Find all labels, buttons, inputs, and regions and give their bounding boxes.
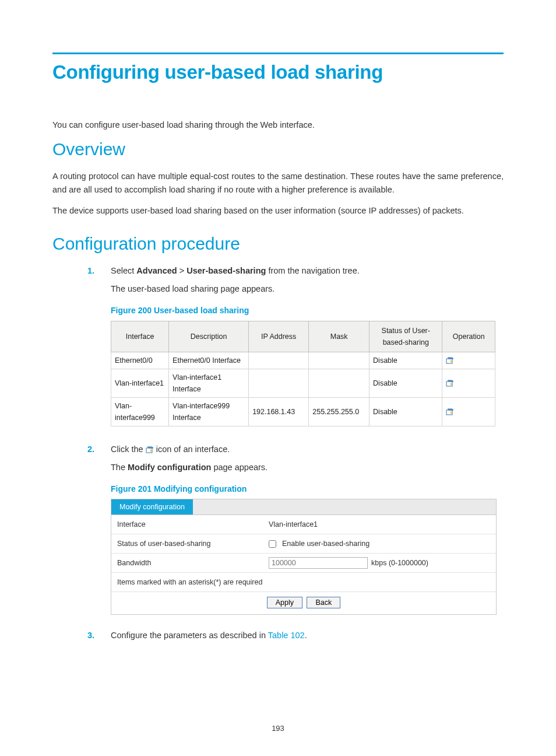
top-rule bbox=[52, 52, 504, 54]
load-sharing-table: Interface Description IP Address Mask St… bbox=[111, 321, 495, 426]
cell-operation bbox=[442, 369, 495, 397]
overview-p2: The device supports user-based load shar… bbox=[52, 204, 504, 217]
cell-ip: 192.168.1.43 bbox=[249, 397, 309, 426]
cell-desc: Ethernet0/0 Interface bbox=[169, 352, 249, 369]
cell-ip bbox=[249, 369, 309, 397]
overview-p1: A routing protocol can have multiple equ… bbox=[52, 170, 504, 196]
th-ip: IP Address bbox=[249, 321, 309, 352]
cell-iface: Vlan-interface999 bbox=[111, 397, 169, 426]
cell-iface: Ethernet0/0 bbox=[111, 352, 169, 369]
page-title: Configuring user-based load sharing bbox=[52, 61, 504, 83]
th-status: Status of User-based-sharing bbox=[370, 321, 442, 352]
bandwidth-unit: kbps (0-1000000) bbox=[371, 557, 428, 569]
label-bandwidth: Bandwidth bbox=[117, 557, 269, 569]
cell-operation bbox=[442, 397, 495, 426]
step2-text: Click the icon of an interface. bbox=[111, 444, 230, 454]
step2-sub-post: page appears. bbox=[211, 463, 268, 472]
table-row: Vlan-interface1 Vlan-interface1 Interfac… bbox=[111, 369, 495, 397]
tab-modify-config[interactable]: Modify configuration bbox=[111, 499, 193, 514]
step3-post: . bbox=[305, 631, 307, 640]
step2-sub-pre: The bbox=[111, 463, 128, 472]
edit-icon bbox=[146, 446, 154, 453]
overview-heading: Overview bbox=[52, 139, 504, 159]
step2-sub: The Modify configuration page appears. bbox=[111, 461, 504, 474]
th-description: Description bbox=[169, 321, 249, 352]
label-status: Status of user-based-sharing bbox=[117, 538, 269, 550]
page-number: 193 bbox=[0, 724, 556, 733]
th-mask: Mask bbox=[309, 321, 370, 352]
table-row: Ethernet0/0 Ethernet0/0 Interface Disabl… bbox=[111, 352, 495, 369]
required-note: Items marked with an asterisk(*) are req… bbox=[111, 573, 496, 592]
step-2: Click the icon of an interface. The Modi… bbox=[87, 443, 504, 615]
step-3: Configure the parameters as described in… bbox=[87, 629, 504, 642]
apply-button[interactable]: Apply bbox=[267, 597, 302, 608]
edit-icon[interactable] bbox=[446, 357, 454, 364]
row-interface: Interface Vlan-interface1 bbox=[111, 515, 496, 534]
label-interface: Interface bbox=[117, 519, 269, 530]
checkbox-label: Enable user-based-sharing bbox=[282, 538, 370, 550]
cell-iface: Vlan-interface1 bbox=[111, 369, 169, 397]
th-interface: Interface bbox=[111, 321, 169, 352]
cell-status: Disable bbox=[370, 352, 442, 369]
step-1: Select Advanced > User-based-sharing fro… bbox=[87, 264, 504, 426]
enable-ubs-checkbox[interactable] bbox=[269, 540, 276, 548]
intro-text: You can configure user-based load sharin… bbox=[52, 118, 504, 131]
cell-desc: Vlan-interface1 Interface bbox=[169, 369, 249, 397]
row-bandwidth: Bandwidth kbps (0-1000000) bbox=[111, 554, 496, 573]
step2-pre: Click the bbox=[111, 444, 146, 454]
step1-advanced: Advanced bbox=[136, 266, 177, 275]
tab-bar: Modify configuration bbox=[111, 499, 496, 515]
step1-sub: The user-based load sharing page appears… bbox=[111, 282, 504, 296]
cell-desc: Vlan-interface999 Interface bbox=[169, 397, 249, 426]
bandwidth-input[interactable] bbox=[269, 557, 368, 569]
cell-status: Disable bbox=[370, 369, 442, 397]
step1-post: from the navigation tree. bbox=[266, 266, 359, 275]
value-interface: Vlan-interface1 bbox=[269, 519, 490, 530]
cell-mask: 255.255.255.0 bbox=[309, 397, 370, 426]
row-status: Status of user-based-sharing Enable user… bbox=[111, 534, 496, 554]
th-operation: Operation bbox=[442, 321, 495, 352]
table-row: Vlan-interface999 Vlan-interface999 Inte… bbox=[111, 397, 495, 426]
step1-text: Select Advanced > User-based-sharing fro… bbox=[111, 266, 360, 275]
table-102-link[interactable]: Table 102 bbox=[268, 631, 305, 640]
step2-sub-b: Modify configuration bbox=[128, 463, 211, 472]
cell-mask bbox=[309, 369, 370, 397]
button-row: Apply Back bbox=[111, 592, 496, 614]
procedure-heading: Configuration procedure bbox=[52, 234, 504, 254]
cell-operation bbox=[442, 352, 495, 369]
figure-200-caption: Figure 200 User-based load sharing bbox=[111, 304, 504, 317]
step2-post: icon of an interface. bbox=[154, 444, 230, 454]
edit-icon[interactable] bbox=[446, 380, 454, 387]
modify-config-panel: Modify configuration Interface Vlan-inte… bbox=[111, 499, 497, 615]
step3-pre: Configure the parameters as described in bbox=[111, 631, 268, 640]
edit-icon[interactable] bbox=[446, 408, 454, 415]
cell-mask bbox=[309, 352, 370, 369]
step1-pre: Select bbox=[111, 266, 136, 275]
cell-ip bbox=[249, 352, 309, 369]
cell-status: Disable bbox=[370, 397, 442, 426]
step1-gt: > bbox=[177, 266, 187, 275]
figure-201-caption: Figure 201 Modifying configuration bbox=[111, 482, 504, 495]
step1-ubs: User-based-sharing bbox=[186, 266, 266, 275]
back-button[interactable]: Back bbox=[307, 597, 340, 608]
